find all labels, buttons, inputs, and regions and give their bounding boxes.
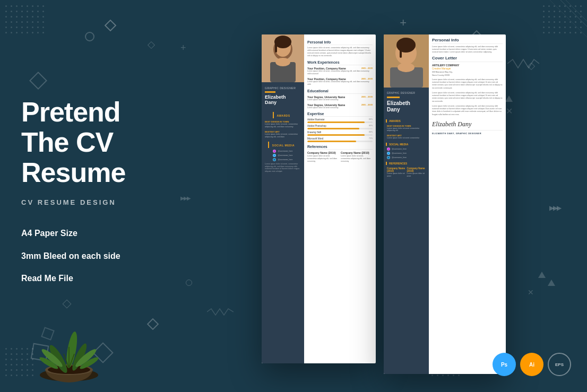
cv1-ref-1: Company Name (2010) Lorem ipsum dolor si…: [307, 151, 339, 163]
behance-icon-2: [387, 156, 390, 159]
svg-point-12: [396, 38, 416, 53]
cv1-social-title: Social Media: [268, 142, 298, 148]
cv1-refs: Company Name (2010) Lorem ipsum dolor si…: [307, 151, 373, 163]
svg-point-9: [275, 58, 290, 66]
cv2-personal-header: Personal Info: [432, 38, 503, 44]
cv1-role-label: Graphic Designer: [265, 86, 301, 90]
software-icons-container: Ps Ai EPS: [493, 353, 571, 376]
cv1-edu-header: Educational: [307, 89, 373, 94]
cv1-work-1: Your Position, Company Name 2005 - 2009 …: [307, 67, 373, 76]
cv-photo-1: [262, 34, 304, 82]
cv2-refs: Company Name (2010) Lorem ipsum dolor si…: [384, 166, 429, 179]
cv1-work-header: Work Experiences: [307, 60, 373, 65]
svg-rect-7: [275, 42, 277, 53]
cv2-cover-text3: Lorem ipsum dolor sit amet, consectetur …: [432, 105, 503, 116]
cv1-awards-title: Awards: [273, 112, 294, 118]
cv1-skill-4: Microsoft Word 75%: [307, 137, 373, 142]
cv1-name: Elizabeth Dany: [265, 94, 301, 106]
cv2-personal-text: Lorem ipsum dolor sit amet, consectetur …: [432, 46, 503, 54]
cv1-bottom-text: Lorem ipsum dolor sit amet, consectetur …: [262, 162, 304, 175]
feature-bleed: 3mm Bleed on each side: [21, 250, 159, 262]
cv2-award-2: BESTEST ART Lorem ipsum dolor sit amet c…: [384, 133, 429, 141]
cv-previews-container: Graphic Designer Elizabeth Dany Awards B…: [180, 19, 587, 374]
cv1-edu-2: Your Degree, University Name 2005 - 2009…: [307, 103, 373, 109]
cv-card-2: Graphic Designer Elizabeth Dany Awards B…: [384, 34, 506, 374]
main-title: Pretend The CV Resume: [21, 97, 159, 188]
svg-point-15: [398, 63, 415, 72]
cv1-ref-header: References: [307, 145, 373, 150]
svg-rect-13: [400, 45, 402, 58]
feature-paper-size: A4 Paper Size: [21, 228, 159, 239]
instagram-icon: [273, 150, 276, 153]
cv2-name: Elizabeth Dany: [387, 100, 426, 113]
cv1-skill-2: Adobe Photoshop 80%: [307, 125, 373, 129]
twitter-icon-2: [387, 152, 390, 155]
cv2-social-2: @username_here: [384, 151, 429, 155]
cv2-name-area: Graphic Designer Elizabeth Dany: [384, 88, 429, 117]
cv2-ref-1: Company Name (2010) Lorem ipsum dolor si…: [387, 167, 406, 178]
eps-icon: EPS: [548, 353, 571, 376]
cv1-personal-header: Personal Info: [307, 40, 373, 45]
cv2-social-1: @username_here: [384, 147, 429, 151]
photoshop-icon: Ps: [493, 353, 516, 376]
illustrator-icon: Ai: [520, 353, 543, 376]
cv2-ref-2: Company Name (2010) Lorem ipsum dolor si…: [407, 167, 426, 178]
cv1-expertise-header: Expertise: [307, 112, 373, 117]
cv2-cover-text2: Lorem ipsum dolor sit amet, consectetur …: [432, 92, 503, 103]
cv1-work-2: Your Position, Company Name 2005 - 2009 …: [307, 77, 373, 86]
cv1-skill-3: Drawing Skill 88%: [307, 131, 373, 136]
subtitle: CV RESUME DESIGN: [21, 198, 159, 206]
cv1-social-3: @username_here: [270, 158, 296, 162]
feature-readme: Read Me File: [21, 273, 159, 284]
features-list: A4 Paper Size 3mm Bleed on each side Rea…: [21, 228, 159, 284]
cv1-social-2: @username_here: [270, 153, 296, 158]
cv-card-1-left: Graphic Designer Elizabeth Dany Awards B…: [262, 34, 304, 363]
cv1-edu-1: Your Degree, University Name 2005 - 2009…: [307, 95, 373, 101]
cv1-personal-text: Lorem ipsum dolor sit amet, consectetur …: [307, 47, 373, 58]
cv2-left-col: Graphic Designer Elizabeth Dany Awards B…: [384, 34, 429, 374]
cv2-social-3: @username_here: [384, 155, 429, 160]
cv2-cover-header: Cover Letter: [432, 56, 503, 62]
cv1-award-2: BESTEST ART Lorem ipsum dolor sit amet, …: [262, 129, 304, 140]
cv2-award-1: BEST DESIGN IN TOWN Lorem ipsum dolor si…: [384, 124, 429, 134]
cv2-address: 600 Mainstreet Way City-Name Country 200…: [432, 71, 503, 77]
behance-icon: [273, 158, 276, 161]
cv1-social-1: @username_here: [270, 149, 296, 153]
cv2-right-col: Personal Info Lorem ipsum dolor sit amet…: [429, 34, 506, 374]
cv2-signature: Elizabeth Dany: [432, 120, 503, 128]
cv1-award-1: BEST DESIGN IN TOWN Lorem ipsum dolor si…: [262, 119, 304, 129]
cv1-name-section: Graphic Designer Elizabeth Dany: [262, 82, 304, 110]
cv1-ref-2: Company Name (2010) Lorem ipsum dolor si…: [341, 151, 373, 163]
cv2-cover-text: Lorem ipsum dolor sit amet, consectetur …: [432, 79, 503, 90]
cv-card-1-right: Personal Info Lorem ipsum dolor sit amet…: [304, 34, 376, 363]
instagram-icon-2: [387, 147, 390, 151]
left-panel: Pretend The CV Resume CV RESUME DESIGN A…: [0, 65, 180, 327]
cv1-award-1-text: Lorem ipsum dolor sit amet, consectetur …: [265, 123, 301, 128]
cv2-photo: [384, 34, 429, 88]
cv-card-1: Graphic Designer Elizabeth Dany Awards B…: [262, 34, 376, 363]
twitter-icon: [273, 154, 276, 157]
cv1-orange-bar: [265, 91, 275, 93]
cv1-award-2-text: Lorem ipsum dolor sit amet, consectetur …: [265, 133, 301, 138]
cv1-skill-1: Adobe Illustrator 88%: [307, 118, 373, 123]
